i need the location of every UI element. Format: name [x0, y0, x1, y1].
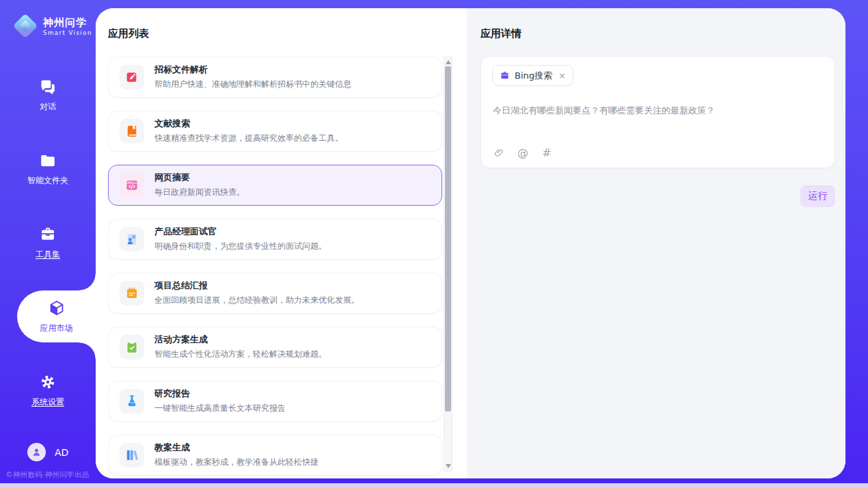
summary-note-icon	[120, 281, 144, 306]
app-card-research-report[interactable]: 研究报告 一键智能生成高质量长文本研究报告	[108, 381, 442, 422]
briefcase-icon	[500, 70, 510, 81]
app-card-title: 网页摘要	[154, 172, 245, 183]
app-card-description: 每日政府新闻资讯快查。	[154, 187, 245, 198]
app-card-lesson-plan[interactable]: 教案生成 模板驱动，教案秒成，教学准备从此轻松快捷	[108, 435, 442, 476]
brand: 神州问学 Smart Vision	[0, 0, 96, 42]
topic-icon[interactable]: #	[541, 147, 553, 159]
scrollbar-thumb[interactable]	[445, 66, 451, 411]
webpage-code-icon	[120, 173, 144, 198]
sidebar-item-app-market[interactable]: 应用市场	[17, 290, 96, 342]
app-list-title: 应用列表	[108, 27, 149, 40]
app-card-title: 产品经理面试官	[154, 226, 327, 237]
literature-book-icon	[120, 119, 144, 144]
app-card-text: 文献搜索 快速精准查找学术资源，提高研究效率的必备工具。	[154, 118, 343, 144]
plan-clipboard-icon	[120, 335, 144, 360]
app-card-description: 全面回顾项目进展，总结经验教训，助力未来优化发展。	[154, 295, 360, 306]
app-card-description: 智能生成个性化活动方案，轻松解决规划难题。	[154, 349, 327, 360]
app-card-list: 招标文件解析 帮助用户快速、准确地理解和解析招标书中的关键信息 文献搜索 快速精…	[108, 57, 442, 478]
chat-icon	[39, 78, 57, 96]
sidebar-nav: 对话 智能文件夹 工具集 应用市场 系统设置	[0, 69, 96, 416]
app-card-web-summary[interactable]: 网页摘要 每日政府新闻资讯快查。	[108, 165, 442, 206]
app-card-description: 模板驱动，教案秒成，教学准备从此轻松快捷	[154, 457, 318, 468]
scrollbar[interactable]	[444, 57, 452, 472]
toolbox-icon	[39, 226, 57, 243]
app-card-description: 快速精准查找学术资源，提高研究效率的必备工具。	[154, 133, 343, 144]
sidebar-item-label: 工具集	[36, 249, 60, 260]
sidebar-item-settings[interactable]: 系统设置	[0, 364, 96, 416]
app-card-text: 项目总结汇报 全面回顾项目进展，总结经验教训，助力未来优化发展。	[154, 280, 360, 306]
bid-document-icon	[120, 65, 144, 90]
app-card-project-summary[interactable]: 项目总结汇报 全面回顾项目进展，总结经验教训，助力未来优化发展。	[108, 273, 442, 314]
sidebar-item-label: 对话	[40, 101, 56, 113]
app-card-bid-analysis[interactable]: 招标文件解析 帮助用户快速、准确地理解和解析招标书中的关键信息	[108, 57, 442, 98]
tool-tag-label: Bing搜索	[515, 70, 552, 82]
sidebar-item-chat[interactable]: 对话	[0, 69, 96, 121]
gear-icon	[39, 373, 57, 391]
brand-name: 神州问学	[43, 16, 92, 29]
app-card-text: 教案生成 模板驱动，教案秒成，教学准备从此轻松快捷	[154, 442, 318, 467]
app-card-title: 研究报告	[154, 388, 286, 399]
copyright-text: ©神州数码·神州问学出品	[5, 470, 96, 480]
app-detail-panel: 应用详情 Bing搜索 × 今日湖北有哪些新闻要点？有哪些需要关注的最新政策？ …	[467, 8, 845, 478]
interviewer-icon	[120, 227, 144, 252]
app-card-title: 招标文件解析	[154, 64, 351, 75]
sidebar: 神州问学 Smart Vision 对话 智能文件夹 工具集 应用市场 系统设置	[0, 0, 96, 488]
sidebar-item-label: 系统设置	[31, 396, 64, 408]
scroll-up-arrow-icon[interactable]	[446, 60, 451, 64]
user-avatar-icon	[27, 443, 46, 461]
sidebar-item-toolset[interactable]: 工具集	[0, 217, 96, 269]
content-frame: 应用列表 招标文件解析 帮助用户快速、准确地理解和解析招标书中的关键信息 文献搜…	[96, 8, 845, 478]
sidebar-item-label: 应用市场	[40, 323, 73, 334]
lesson-books-icon	[120, 443, 144, 467]
app-card-literature-search[interactable]: 文献搜索 快速精准查找学术资源，提高研究效率的必备工具。	[108, 111, 442, 152]
prompt-input[interactable]: 今日湖北有哪些新闻要点？有哪些需要关注的最新政策？	[493, 104, 824, 118]
app-card-title: 项目总结汇报	[154, 280, 360, 291]
brand-text: 神州问学 Smart Vision	[43, 16, 92, 36]
run-button[interactable]: 运行	[800, 185, 835, 207]
app-card-text: 活动方案生成 智能生成个性化活动方案，轻松解决规划难题。	[154, 334, 327, 360]
app-card-title: 活动方案生成	[154, 334, 327, 345]
sidebar-item-label: 智能文件夹	[27, 175, 68, 187]
user-menu[interactable]: AD	[27, 443, 96, 461]
composer-card: Bing搜索 × 今日湖北有哪些新闻要点？有哪些需要关注的最新政策？ @ #	[480, 56, 835, 168]
app-card-description: 一键智能生成高质量长文本研究报告	[154, 403, 286, 414]
app-card-event-plan[interactable]: 活动方案生成 智能生成个性化活动方案，轻松解决规划难题。	[108, 327, 442, 368]
app-card-text: 网页摘要 每日政府新闻资讯快查。	[154, 172, 245, 198]
close-icon[interactable]: ×	[558, 71, 566, 80]
composer-toolbar: @ #	[493, 147, 553, 159]
cube-icon	[48, 299, 66, 317]
app-card-title: 教案生成	[154, 442, 318, 453]
app-card-text: 产品经理面试官 明确身份和职责，为您提供专业性的面试问题。	[154, 226, 327, 252]
app-detail-title: 应用详情	[480, 27, 521, 40]
diamond-logo-icon	[14, 14, 37, 38]
mention-icon[interactable]: @	[517, 147, 529, 159]
app-card-text: 研究报告 一键智能生成高质量长文本研究报告	[154, 388, 286, 414]
sidebar-bottom: AD ©神州数码·神州问学出品	[0, 443, 96, 488]
user-name: AD	[55, 447, 68, 458]
app-card-pm-interviewer[interactable]: 产品经理面试官 明确身份和职责，为您提供专业性的面试问题。	[108, 219, 442, 260]
sidebar-item-smart-folder[interactable]: 智能文件夹	[0, 143, 96, 195]
attachment-icon[interactable]	[493, 147, 505, 159]
app-list-panel: 应用列表 招标文件解析 帮助用户快速、准确地理解和解析招标书中的关键信息 文献搜…	[96, 8, 467, 478]
folder-icon	[39, 152, 57, 170]
app-card-title: 文献搜索	[154, 118, 343, 129]
tool-tag-bing-search[interactable]: Bing搜索 ×	[492, 65, 573, 86]
brand-subtitle: Smart Vision	[43, 29, 92, 36]
app-card-description: 明确身份和职责，为您提供专业性的面试问题。	[154, 241, 327, 252]
scroll-down-arrow-icon[interactable]	[446, 464, 451, 468]
app-card-description: 帮助用户快速、准确地理解和解析招标书中的关键信息	[154, 79, 351, 90]
research-flask-icon	[120, 389, 144, 414]
app-card-text: 招标文件解析 帮助用户快速、准确地理解和解析招标书中的关键信息	[154, 64, 351, 90]
